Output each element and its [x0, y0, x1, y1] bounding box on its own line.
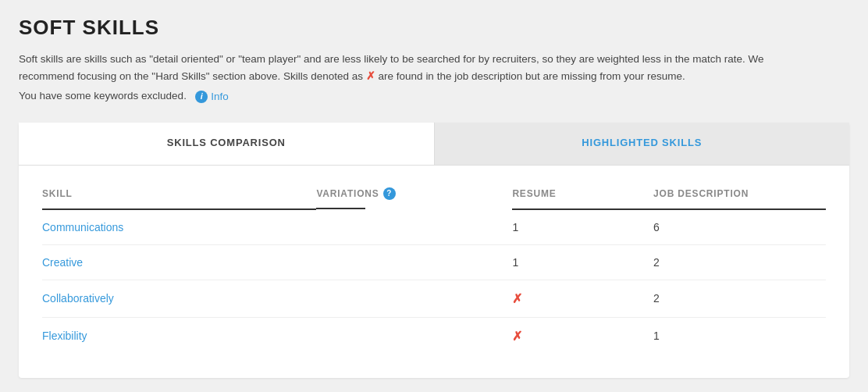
tab-highlighted-skills[interactable]: HIGHLIGHTED SKILLS [435, 123, 850, 165]
missing-x-icon: ✗ [512, 330, 522, 343]
description-line1: Soft skills are skills such as "detail o… [19, 51, 849, 84]
table-container: SKILL VARIATIONS ? RESUME JOB DESCRIPTIO… [19, 166, 849, 362]
jobdesc-cell: 2 [653, 280, 826, 317]
table-body: Communications16Creative12Collaborativel… [42, 209, 826, 355]
info-icon: i [195, 91, 208, 103]
table-row: Collaboratively✗2 [42, 280, 826, 317]
col-header-skill: SKILL [42, 181, 316, 209]
jobdesc-cell: 6 [653, 209, 826, 245]
skills-table: SKILL VARIATIONS ? RESUME JOB DESCRIPTIO… [42, 181, 826, 355]
x-mark-icon: ✗ [366, 70, 375, 82]
tab-skills-comparison[interactable]: SKILLS COMPARISON [19, 123, 434, 165]
page-title: SOFT SKILLS [19, 16, 849, 40]
variations-cell [316, 280, 512, 317]
jobdesc-cell: 2 [653, 244, 826, 280]
resume-cell: 1 [512, 209, 653, 245]
skills-card: SKILLS COMPARISON HIGHLIGHTED SKILLS SKI… [19, 123, 849, 378]
variations-cell [316, 244, 512, 280]
table-row: Flexibility✗1 [42, 317, 826, 355]
info-link[interactable]: i Info [195, 88, 229, 105]
excluded-note: You have some keywords excluded. i Info [19, 87, 849, 105]
skill-link[interactable]: Communications [42, 221, 123, 233]
missing-x-icon: ✗ [512, 292, 522, 305]
variations-cell [316, 209, 512, 245]
variations-cell [316, 317, 512, 355]
table-row: Creative12 [42, 244, 826, 280]
skill-link[interactable]: Flexibility [42, 330, 87, 342]
col-header-variations: VARIATIONS ? [316, 181, 365, 209]
col-header-jobdesc: JOB DESCRIPTION [653, 181, 826, 209]
resume-cell: ✗ [512, 280, 653, 317]
jobdesc-cell: 1 [653, 317, 826, 355]
variations-help-icon[interactable]: ? [383, 187, 396, 200]
table-row: Communications16 [42, 209, 826, 245]
info-label: Info [211, 88, 229, 105]
resume-cell: ✗ [512, 317, 653, 355]
col-header-resume: RESUME [512, 181, 653, 209]
table-header-row: SKILL VARIATIONS ? RESUME JOB DESCRIPTIO… [42, 181, 826, 209]
skill-link[interactable]: Collaboratively [42, 292, 114, 305]
skill-link[interactable]: Creative [42, 256, 83, 269]
tabs-container: SKILLS COMPARISON HIGHLIGHTED SKILLS [19, 123, 849, 166]
resume-cell: 1 [512, 244, 653, 280]
